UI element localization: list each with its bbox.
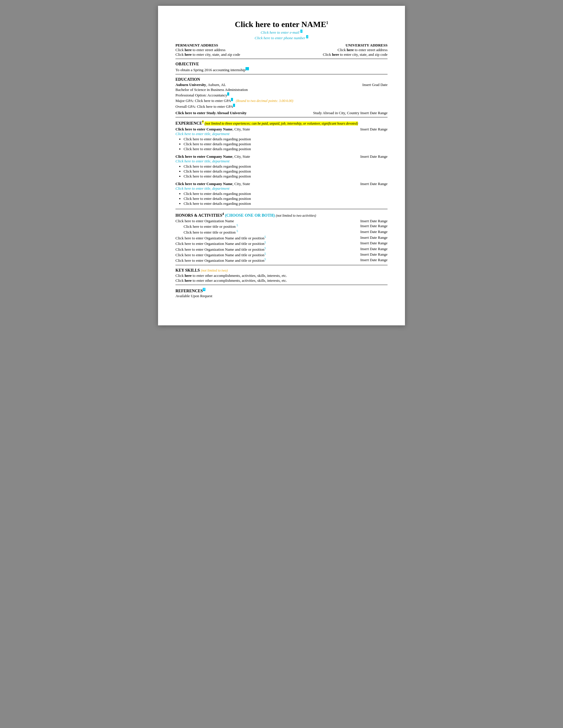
skills-divider [175, 265, 388, 265]
obj-footnote: ** [245, 67, 249, 70]
address-center [243, 43, 320, 57]
exp-date-2: Insert Date Range [360, 154, 388, 159]
honors-bullet-2-date: Insert Date Range [360, 229, 388, 235]
name-heading[interactable]: Click here to enter NAME1 [175, 20, 388, 29]
honors-single-3-date: Insert Date Range [360, 247, 388, 252]
skills-here-1: here [184, 273, 191, 278]
exp-bullet-2-1[interactable]: Click here to enter details regarding po… [184, 164, 388, 169]
exp-title-1[interactable]: Click here to enter title, department [175, 132, 388, 136]
honors-bullet-2: Click here to enter title or position 5 … [184, 229, 388, 235]
grad-date[interactable]: Insert Grad Date [362, 83, 388, 87]
exp-company-3[interactable]: Click here to enter Company Name, City, … [175, 182, 250, 186]
honors-org1-date: Insert Date Range [360, 219, 388, 223]
university-street[interactable]: Click here to enter street address [320, 48, 388, 52]
exp-title-2[interactable]: Click here to enter title, department [175, 159, 388, 164]
permanent-street[interactable]: Click here to enter street address [175, 48, 243, 52]
education-divider [175, 74, 388, 74]
exp-bullet-1-3[interactable]: Click here to enter details regarding po… [184, 147, 388, 151]
objective-divider [175, 59, 388, 59]
honors-single-3-text[interactable]: Click here to enter Organization Name an… [175, 247, 266, 252]
email-text[interactable]: Click here to enter e-mail [261, 30, 299, 35]
exp-entry-1: Click here to enter Company Name, City, … [175, 127, 388, 151]
exp-bullet-3-3[interactable]: Click here to enter details regarding po… [184, 201, 388, 206]
honors-single-3: Click here to enter Organization Name an… [175, 247, 388, 252]
skills-line-1[interactable]: Click here to enter other accomplishment… [175, 273, 388, 278]
objective-heading: OBJECTIVE [175, 62, 388, 67]
email-line[interactable]: Click here to enter e-mail 1 [175, 30, 388, 35]
university-row: Auburn University, Auburn, AL Insert Gra… [175, 83, 388, 87]
honors-bullet-1: Click here to enter title or position 5 … [184, 224, 388, 229]
skills-label: KEY SKILLS [175, 268, 200, 272]
honors-org1-row: Click here to enter Organization Name In… [175, 219, 388, 223]
honors-label: HONORS & ACTIVITIES [175, 213, 222, 217]
phone-line[interactable]: Click here to enter phone number 1 [175, 35, 388, 40]
experience-heading: EXPERIENCE* (not limited to three experi… [175, 120, 388, 126]
university-name[interactable]: Auburn University [175, 83, 206, 87]
honors-sup: 4 [222, 212, 224, 216]
exp-company-1[interactable]: Click here to enter Company Name, City, … [175, 127, 250, 132]
honors-sub-1: 5 [236, 224, 238, 227]
honors-note: (not limited to two activities) [276, 213, 316, 217]
university-city[interactable]: Click here to enter city, state, and zip… [320, 52, 388, 57]
overall-gpa-line[interactable]: Overall GPA: Click here to enter GPA2 [175, 104, 388, 109]
honors-single-2: Click here to enter Organization Name an… [175, 241, 388, 246]
honors-bullet-2-text[interactable]: Click here to enter title or position 5 [184, 229, 238, 235]
honors-single-2-date: Insert Date Range [360, 241, 388, 246]
honors-single-5-text[interactable]: Click here to enter Organization Name an… [175, 258, 266, 263]
exp-company-2[interactable]: Click here to enter Company Name, City, … [175, 154, 250, 159]
exp-bullets-1: Click here to enter details regarding po… [184, 137, 388, 151]
education-heading: EDUCATION [175, 77, 388, 82]
references-heading: REFERENCES* [175, 288, 388, 293]
permanent-city[interactable]: Click here to enter city, state, and zip… [175, 52, 243, 57]
resume-page: Click here to enter NAME1 Click here to … [158, 6, 405, 325]
exp-bullets-2: Click here to enter details regarding po… [184, 164, 388, 179]
study-abroad-university[interactable]: Click here to enter Study Abroad Univers… [175, 111, 247, 115]
major-gpa-footnote: 2 [231, 98, 233, 101]
exp-bullet-2-3[interactable]: Click here to enter details regarding po… [184, 174, 388, 179]
major-gpa-line[interactable]: Major GPA: Click here to enter GPA2 (Rou… [175, 98, 388, 103]
skills-here-2: here [184, 278, 191, 283]
exp-bullet-1-1[interactable]: Click here to enter details regarding po… [184, 137, 388, 141]
skills-line-2[interactable]: Click here to enter other accomplishment… [175, 278, 388, 283]
exp-company-row-1: Click here to enter Company Name, City, … [175, 127, 388, 132]
honors-single-4-text[interactable]: Click here to enter Organization Name an… [175, 252, 266, 257]
honors-single-1: Click here to enter Organization Name an… [175, 235, 388, 241]
honors-bullet-1-date: Insert Date Range [360, 224, 388, 229]
name-text[interactable]: Click here to enter NAME [235, 20, 326, 29]
study-abroad-location: Study Abroad in City, Country Insert Dat… [313, 111, 388, 115]
exp-note: (not limited to three experiences; can b… [205, 121, 358, 125]
exp-bullet-2-2[interactable]: Click here to enter details regarding po… [184, 169, 388, 174]
honors-single-2-text[interactable]: Click here to enter Organization Name an… [175, 241, 266, 246]
exp-bullet-3-2[interactable]: Click here to enter details regarding po… [184, 196, 388, 201]
honors-single-1-text[interactable]: Click here to enter Organization Name an… [175, 235, 266, 241]
study-abroad-label[interactable]: Click here to enter Study Abroad Univers… [175, 111, 247, 115]
study-abroad-row: Click here to enter Study Abroad Univers… [175, 111, 388, 115]
exp-bullets-3: Click here to enter details regarding po… [184, 191, 388, 206]
objective-text[interactable]: To obtain a Spring 2016 accounting inter… [175, 67, 388, 72]
experience-divider [175, 117, 388, 117]
option-line: Professional Option: Accountancy3 [175, 92, 388, 98]
name-sup: 1 [326, 21, 328, 25]
exp-company-row-3: Click here to enter Company Name, City, … [175, 182, 388, 186]
exp-date-1: Insert Date Range [360, 127, 388, 132]
exp-company-row-2: Click here to enter Company Name, City, … [175, 154, 388, 159]
exp-date-3: Insert Date Range [360, 182, 388, 186]
option-text: Professional Option: Accountancy [175, 93, 227, 97]
exp-entry-3: Click here to enter Company Name, City, … [175, 182, 388, 206]
references-footnote: * [203, 288, 205, 291]
gpa-note: (Round to two decimal points: 3.00/4.00) [236, 99, 293, 103]
permanent-address: PERMANENT ADDRESS Click here to enter st… [175, 43, 243, 57]
option-footnote: 3 [227, 92, 229, 96]
exp-title-3[interactable]: Click here to enter title, department [175, 186, 388, 191]
exp-bullet-1-2[interactable]: Click here to enter details regarding po… [184, 142, 388, 146]
degree-line: Bachelor of Science in Business Administ… [175, 87, 388, 92]
honors-bullet-1-text[interactable]: Click here to enter title or position 5 [184, 224, 238, 229]
references-divider [175, 285, 388, 285]
honors-org1-bullets: Click here to enter title or position 5 … [184, 224, 388, 235]
skills-note: (not limited to two) [201, 268, 227, 272]
phone-text[interactable]: Click here to enter phone number [255, 36, 306, 40]
honors-org1-name[interactable]: Click here to enter Organization Name [175, 219, 234, 223]
exp-bullet-3-1[interactable]: Click here to enter details regarding po… [184, 191, 388, 196]
honors-heading: HONORS & ACTIVITIES4 (CHOOSE ONE OR BOTH… [175, 212, 388, 218]
exp-footnote: * [202, 120, 204, 123]
